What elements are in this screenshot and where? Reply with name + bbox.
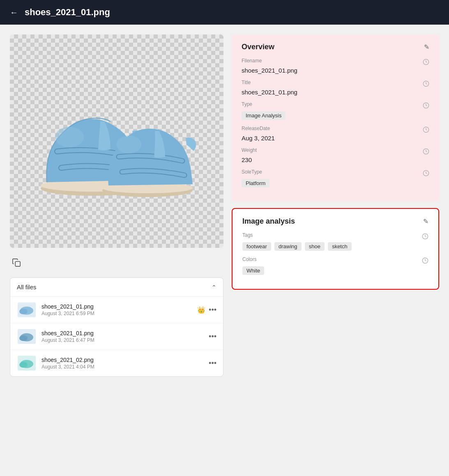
list-item: shoes_2021_01.png August 3, 2021 6:59 PM… [10,297,223,323]
more-options-button[interactable]: ••• [209,359,216,368]
list-item: shoes_2021_02.png August 3, 2021 4:04 PM… [10,350,223,376]
tags-label: Tags [242,232,253,238]
field-label-weight: Weight [242,147,257,153]
shoe-illustration [35,80,199,203]
field-label-filename: Filename [242,58,262,64]
soletype-chip: Platform [242,179,269,188]
field-label-title: Title [242,80,251,85]
analysis-edit-button[interactable]: ✎ [423,217,428,225]
left-panel: All files ⌃ shoes_2021_01.png August 3, … [10,34,223,377]
field-releasedate: ReleaseDate Aug 3, 2021 [242,126,429,142]
file-date: August 3, 2021 6:47 PM [41,337,204,343]
field-row: Type [242,101,429,110]
overview-header: Overview ✎ [242,43,429,51]
history-icon[interactable] [423,126,429,135]
files-label: All files [17,284,37,291]
field-value-type: Image Analysis [242,110,429,120]
tag-chip: sketch [328,242,352,251]
history-icon[interactable] [423,80,429,89]
svg-point-12 [19,335,28,341]
file-thumbnail [17,328,37,345]
field-value-title: shoes_2021_01.png [242,89,429,96]
file-actions: ••• [209,332,216,341]
field-row: SoleType [242,169,429,178]
overview-card: Overview ✎ Filename shoes_2021_01.png [232,34,439,201]
field-label-type: Type [242,101,252,107]
field-row: Filename [242,58,429,67]
file-name: shoes_2021_01.png [41,330,204,336]
file-date: August 3, 2021 4:04 PM [41,364,204,370]
file-info: shoes_2021_01.png August 3, 2021 6:59 PM [41,303,192,316]
copy-icon[interactable] [10,256,23,269]
right-panel: Overview ✎ Filename shoes_2021_01.png [232,34,439,290]
field-label-releasedate: ReleaseDate [242,126,270,131]
svg-point-15 [19,362,28,368]
copy-icon-wrapper [10,254,223,271]
history-icon[interactable] [422,257,428,265]
files-header: All files ⌃ [10,278,223,297]
field-title: Title shoes_2021_01.png [242,80,429,96]
more-options-button[interactable]: ••• [209,332,216,341]
history-icon[interactable] [423,59,429,67]
tags-values: footwear drawing shoe sketch [242,241,428,251]
field-row: Title [242,80,429,89]
app-header: ← shoes_2021_01.png [0,0,449,25]
field-weight: Weight 230 [242,147,429,163]
field-row: ReleaseDate [242,126,429,135]
tags-field: Tags footwear drawing shoe sketch [242,232,428,251]
history-icon[interactable] [422,233,428,241]
field-value-soletype: Platform [242,178,429,188]
crown-icon: 👑 [197,306,205,314]
svg-point-9 [19,309,28,314]
file-info: shoes_2021_01.png August 3, 2021 6:47 PM [41,330,204,343]
field-row: Weight [242,147,429,156]
field-soletype: SoleType Platform [242,169,429,188]
type-chip: Image Analysis [242,111,286,120]
history-icon[interactable] [423,148,429,156]
file-name: shoes_2021_01.png [41,303,192,310]
field-row: Tags [242,232,428,241]
image-preview [10,34,223,248]
analysis-title: Image analysis [242,217,295,226]
file-name: shoes_2021_02.png [41,357,204,363]
tag-chip: shoe [305,242,325,251]
svg-point-5 [117,135,141,153]
history-icon[interactable] [423,170,429,178]
main-content: All files ⌃ shoes_2021_01.png August 3, … [0,25,449,387]
color-chip: White [242,266,264,275]
file-thumbnail [17,355,37,371]
file-actions: 👑 ••• [197,306,216,314]
overview-title: Overview [242,43,274,51]
page-title: shoes_2021_01.png [25,7,110,18]
tag-chip: footwear [242,242,271,251]
field-value-releasedate: Aug 3, 2021 [242,135,429,142]
field-row: Colors [242,256,428,265]
edit-button[interactable]: ✎ [424,43,429,51]
colors-values: White [242,265,428,275]
colors-field: Colors White [242,256,428,275]
more-options-button[interactable]: ••• [209,306,216,314]
field-label-soletype: SoleType [242,169,262,175]
chevron-up-icon[interactable]: ⌃ [212,284,216,291]
colors-label: Colors [242,256,257,262]
file-date: August 3, 2021 6:59 PM [41,311,192,316]
file-info: shoes_2021_02.png August 3, 2021 4:04 PM [41,357,204,370]
back-button[interactable]: ← [10,8,18,17]
field-value-weight: 230 [242,156,429,163]
files-list: All files ⌃ shoes_2021_01.png August 3, … [10,277,223,377]
image-analysis-card: Image analysis ✎ Tags footwear draw [232,208,439,290]
svg-point-2 [55,127,84,147]
tag-chip: drawing [274,242,302,251]
file-actions: ••• [209,359,216,368]
list-item: shoes_2021_01.png August 3, 2021 6:47 PM… [10,323,223,350]
svg-rect-6 [15,261,20,266]
field-value-filename: shoes_2021_01.png [242,67,429,74]
file-thumbnail [17,302,37,318]
field-filename: Filename shoes_2021_01.png [242,58,429,74]
analysis-header: Image analysis ✎ [242,217,428,226]
history-icon[interactable] [423,102,429,110]
field-type: Type Image Analysis [242,101,429,120]
